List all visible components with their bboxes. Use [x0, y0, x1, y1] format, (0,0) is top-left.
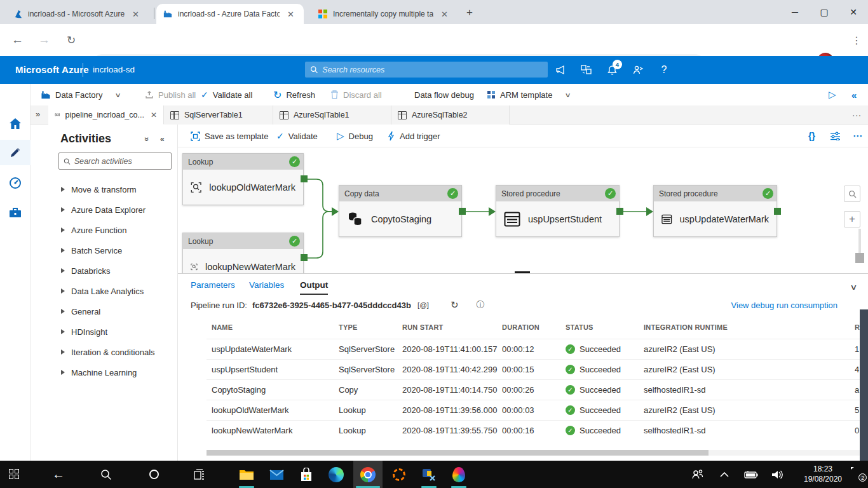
category-move-transform[interactable]: Move & transform — [51, 179, 178, 200]
discard-all-button[interactable]: Discard all — [330, 84, 382, 105]
cortana-icon[interactable] — [140, 461, 168, 488]
output-port[interactable] — [774, 208, 781, 215]
taskbar-back-icon[interactable]: ← — [44, 461, 72, 488]
window-maximize-icon[interactable]: ▢ — [810, 0, 839, 24]
tab-variables[interactable]: Variables — [249, 280, 284, 290]
search-activities-input[interactable] — [74, 157, 166, 166]
table-row[interactable]: uspUpsertStudent SqlServerStore 2020-08-… — [207, 359, 860, 379]
resource-search-box[interactable] — [305, 62, 548, 78]
copy-run-id-icon[interactable]: [@] — [417, 301, 429, 309]
tabs-overflow-left-icon[interactable]: » — [36, 109, 40, 119]
tab-parameters[interactable]: Parameters — [191, 280, 235, 290]
tab-sqlservertable1[interactable]: SqlServerTable1 — [164, 105, 273, 125]
category-batch-service[interactable]: Batch Service — [51, 240, 178, 261]
collapse-panel-icon[interactable]: « — [160, 135, 165, 144]
play-icon[interactable]: ▷ — [829, 84, 836, 105]
tray-expand-chevron-icon[interactable] — [713, 461, 736, 488]
volume-icon[interactable] — [765, 461, 790, 488]
microsoft-store-icon[interactable] — [294, 464, 319, 485]
zoom-slider-handle[interactable] — [855, 253, 864, 263]
author-pencil-icon[interactable] — [0, 140, 31, 165]
vertical-scrollbar[interactable] — [860, 309, 868, 461]
table-row[interactable]: lookupOldWaterMark Lookup 2020-08-19T11:… — [207, 400, 860, 420]
table-horizontal-scrollbar[interactable] — [207, 450, 860, 456]
close-tab-icon[interactable]: ✕ — [151, 111, 157, 119]
output-port[interactable] — [459, 208, 466, 215]
settings-sliders-icon[interactable] — [830, 125, 841, 147]
collapse-panel-icon[interactable]: « — [851, 84, 857, 105]
activity-usp-update-watermark[interactable]: Stored procedure ✓ uspUpdateWaterMark — [653, 185, 777, 237]
people-icon[interactable] — [685, 461, 710, 488]
view-debug-run-consumption-link[interactable]: View debug run consumption — [731, 301, 837, 310]
code-view-icon[interactable]: {} — [808, 125, 815, 147]
close-tab-icon[interactable]: ✕ — [441, 10, 448, 19]
file-explorer-icon[interactable] — [234, 464, 259, 485]
refresh-output-icon[interactable]: ↻ — [451, 299, 459, 311]
canvas-zoom-in-button[interactable]: + — [844, 211, 860, 227]
feedback-person-icon[interactable] — [631, 64, 645, 76]
validate-button[interactable]: ✓ Validate — [276, 125, 318, 147]
col-duration[interactable]: DURATION — [502, 323, 539, 331]
chrome-icon[interactable] — [355, 464, 381, 485]
tab-pipeline[interactable]: pipeline_incrload_co... ✕ — [48, 105, 164, 125]
back-icon[interactable]: ← — [11, 33, 24, 47]
taskbar-clock[interactable]: 18:23 19/08/2020 — [796, 464, 850, 484]
browser-tab-azure-portal[interactable]: incrload-sd - Microsoft Azure ✕ — [6, 4, 151, 24]
category-azure-function[interactable]: Azure Function — [51, 220, 178, 240]
edge-icon[interactable] — [323, 464, 349, 485]
category-databricks[interactable]: Databricks — [51, 261, 178, 281]
arm-template-menu[interactable]: ARM template ∨ — [487, 84, 571, 105]
task-view-icon[interactable] — [186, 461, 214, 488]
publish-all-button[interactable]: Publish all — [145, 84, 196, 105]
table-row[interactable]: uspUpdateWaterMark SqlServerStore 2020-0… — [207, 339, 860, 359]
colorful-drop-app-icon[interactable] — [446, 464, 471, 485]
activity-lookup-old-watermark[interactable]: Lookup ✓ lookupOldWaterMark — [182, 153, 304, 205]
window-minimize-icon[interactable]: ─ — [780, 0, 810, 24]
add-trigger-button[interactable]: Add trigger — [388, 125, 440, 147]
forward-icon[interactable]: → — [38, 33, 50, 47]
megaphone-icon[interactable] — [554, 64, 568, 76]
browser-tab-adf[interactable]: incrload-sd - Azure Data Facto ✕ — [156, 4, 304, 24]
taskbar-search-icon[interactable] — [92, 461, 120, 488]
tab-output[interactable]: Output — [300, 280, 328, 295]
debug-button[interactable]: ▷ Debug — [337, 125, 373, 147]
validate-all-button[interactable]: ✓ Validate all — [201, 84, 252, 105]
more-options-icon[interactable]: ⋯ — [853, 125, 863, 147]
mail-icon[interactable] — [264, 464, 289, 485]
info-icon[interactable]: ⓘ — [477, 299, 485, 311]
col-run-start[interactable]: RUN START — [402, 323, 444, 331]
activity-usp-upsert-student[interactable]: Stored procedure ✓ uspUpsertStudent — [496, 185, 620, 237]
col-type[interactable]: TYPE — [339, 323, 358, 331]
search-resources-input[interactable] — [322, 65, 543, 74]
snipping-tools-app-icon[interactable] — [416, 464, 442, 485]
tab-azuresqltable1[interactable]: AzureSqlTable1 — [273, 105, 391, 125]
canvas-zoom-search-button[interactable] — [844, 186, 860, 202]
col-name[interactable]: NAME — [212, 323, 233, 331]
col-status[interactable]: STATUS — [566, 323, 593, 331]
output-port[interactable] — [301, 254, 308, 261]
collapse-output-chevron-icon[interactable]: ∨ — [850, 283, 857, 292]
refresh-button[interactable]: ↻ Refresh — [273, 84, 315, 105]
output-port[interactable] — [301, 175, 308, 182]
category-general[interactable]: General — [51, 301, 178, 322]
category-machine-learning[interactable]: Machine Learning — [51, 362, 178, 383]
activities-search-box[interactable] — [58, 152, 172, 170]
save-as-template-button[interactable]: Save as template — [191, 125, 268, 147]
tabs-overflow-menu-icon[interactable]: ... — [852, 108, 862, 118]
category-iteration-conditionals[interactable]: Iteration & conditionals — [51, 342, 178, 362]
output-port[interactable] — [616, 208, 623, 215]
help-icon[interactable]: ? — [657, 64, 671, 76]
browser-tab-docs[interactable]: Incrementally copy multiple ta ✕ — [311, 4, 455, 24]
scrollbar-thumb[interactable] — [207, 450, 709, 456]
close-tab-icon[interactable]: ✕ — [287, 10, 294, 19]
battery-icon[interactable] — [738, 461, 764, 488]
pipeline-canvas[interactable]: Lookup ✓ lookupOldWaterMark Lookup ✓ loo… — [178, 147, 868, 273]
close-tab-icon[interactable]: ✕ — [132, 10, 139, 19]
manage-toolbox-icon[interactable] — [0, 200, 31, 225]
reload-icon[interactable]: ↻ — [67, 34, 76, 47]
azure-brand[interactable]: Microsoft Azure — [15, 64, 89, 75]
data-factory-menu[interactable]: Data Factory ∨ — [41, 84, 121, 105]
category-data-lake-analytics[interactable]: Data Lake Analytics — [51, 281, 178, 301]
monitor-gauge-icon[interactable] — [0, 170, 31, 196]
switch-directory-icon[interactable] — [580, 64, 593, 76]
